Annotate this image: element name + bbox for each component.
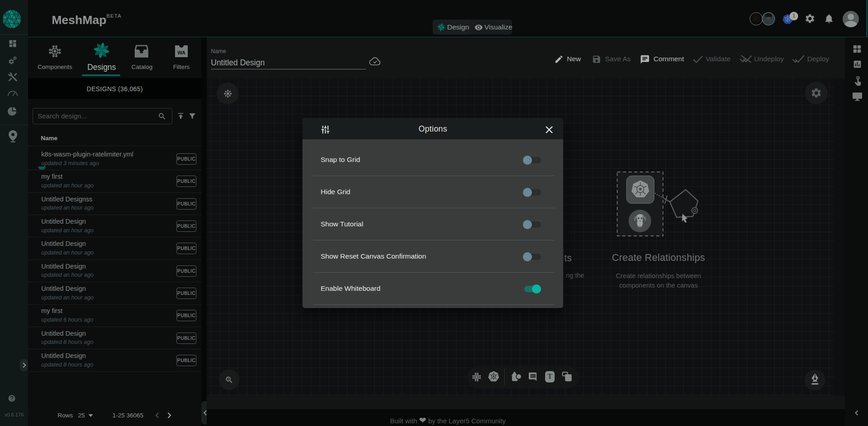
svg-text:WA: WA: [177, 50, 185, 55]
